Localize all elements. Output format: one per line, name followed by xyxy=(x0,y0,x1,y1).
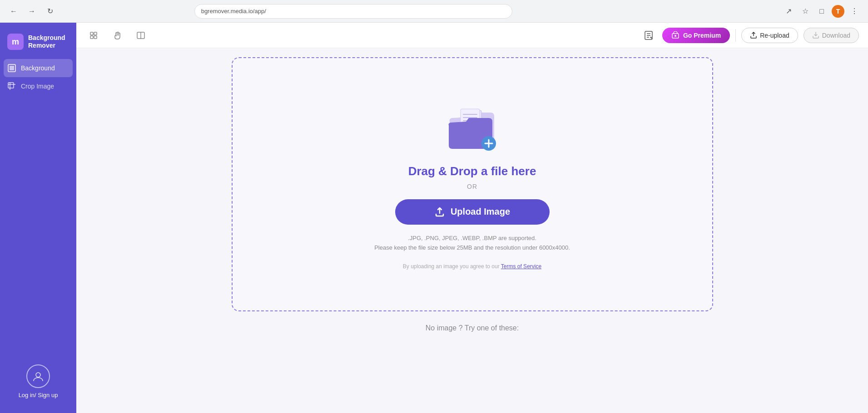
toolbar-right: Go Premium Re-upload Download xyxy=(640,27,859,44)
svg-rect-7 xyxy=(94,32,97,35)
sidebar-item-label-background: Background xyxy=(21,64,55,72)
file-info-line2: Please keep the file size below 25MB and… xyxy=(374,243,570,253)
sidebar-item-background[interactable]: Background xyxy=(4,59,73,77)
download-button: Download xyxy=(804,28,859,43)
file-info-line1: .JPG, .PNG, JPEG, .WEBP, .BMP are suppor… xyxy=(374,234,570,243)
logo-letter: m xyxy=(12,37,19,47)
sidebar-item-crop-image[interactable]: Crop Image xyxy=(0,77,76,95)
address-bar[interactable]: bgremover.media.io/app/ xyxy=(194,4,512,19)
upload-btn-label: Upload Image xyxy=(451,206,510,217)
main-content: Go Premium Re-upload Download xyxy=(76,23,868,413)
svg-rect-9 xyxy=(94,36,97,39)
toolbar-divider xyxy=(735,29,736,42)
app-container: m Background Remover Background xyxy=(0,23,868,413)
menu-icon[interactable]: ⋮ xyxy=(848,5,861,18)
sidebar-bottom: Log in/ Sign up xyxy=(0,357,76,406)
reupload-button[interactable]: Re-upload xyxy=(741,28,798,43)
upload-dropzone[interactable]: Drag & Drop a file here OR Upload Image … xyxy=(232,57,713,311)
upload-image-button[interactable]: Upload Image xyxy=(395,199,550,225)
background-icon xyxy=(7,64,16,73)
share-icon[interactable]: ↗ xyxy=(783,5,795,18)
logo-icon: m xyxy=(7,34,24,50)
split-view-button[interactable] xyxy=(133,27,149,44)
toolbar: Go Premium Re-upload Download xyxy=(76,23,868,48)
login-text[interactable]: Log in/ Sign up xyxy=(19,392,58,398)
logo-text: Background Remover xyxy=(28,34,65,49)
reload-button[interactable]: ↻ xyxy=(44,5,56,18)
folder-icon-wrap xyxy=(445,103,500,153)
go-premium-button[interactable]: Go Premium xyxy=(662,28,730,43)
file-info-text: .JPG, .PNG, JPEG, .WEBP, .BMP are suppor… xyxy=(374,234,570,253)
crop-icon xyxy=(7,82,16,91)
reupload-label: Re-upload xyxy=(760,32,789,39)
sidebar-item-label-crop: Crop Image xyxy=(21,83,54,90)
svg-rect-1 xyxy=(10,66,14,70)
sidebar-logo: m Background Remover xyxy=(0,30,76,59)
url-text: bgremover.media.io/app/ xyxy=(201,8,266,15)
cursor-tool-button[interactable] xyxy=(85,27,102,44)
login-avatar-circle xyxy=(26,364,50,388)
svg-point-17 xyxy=(675,35,676,37)
tos-prefix: By uploading an image you agree to our xyxy=(403,263,501,270)
user-avatar[interactable]: T xyxy=(832,5,844,18)
browser-right-icons: ↗ ☆ □ T ⋮ xyxy=(783,5,861,18)
svg-point-5 xyxy=(36,373,40,377)
svg-rect-2 xyxy=(8,83,14,88)
browser-chrome: ← → ↻ bgremover.media.io/app/ ↗ ☆ □ T ⋮ xyxy=(0,0,868,23)
sidebar-nav: Background Crop Image xyxy=(0,59,76,357)
sidebar: m Background Remover Background xyxy=(0,23,76,413)
svg-rect-8 xyxy=(90,36,93,39)
go-premium-label: Go Premium xyxy=(683,32,721,39)
no-image-text: No image ? Try one of these: xyxy=(426,324,519,332)
extensions-icon[interactable]: □ xyxy=(815,5,828,18)
notes-button[interactable] xyxy=(640,27,657,44)
tos-link[interactable]: Terms of Service xyxy=(501,263,541,270)
hand-tool-button[interactable] xyxy=(109,27,125,44)
bookmark-icon[interactable]: ☆ xyxy=(799,5,812,18)
drag-drop-text: Drag & Drop a file here xyxy=(408,164,536,178)
download-label: Download xyxy=(822,32,850,39)
upload-area-wrapper: Drag & Drop a file here OR Upload Image … xyxy=(76,48,868,413)
or-text: OR xyxy=(467,183,477,190)
tos-text: By uploading an image you agree to our T… xyxy=(403,263,541,270)
back-button[interactable]: ← xyxy=(7,5,20,18)
svg-rect-6 xyxy=(90,32,93,35)
forward-button[interactable]: → xyxy=(25,5,38,18)
